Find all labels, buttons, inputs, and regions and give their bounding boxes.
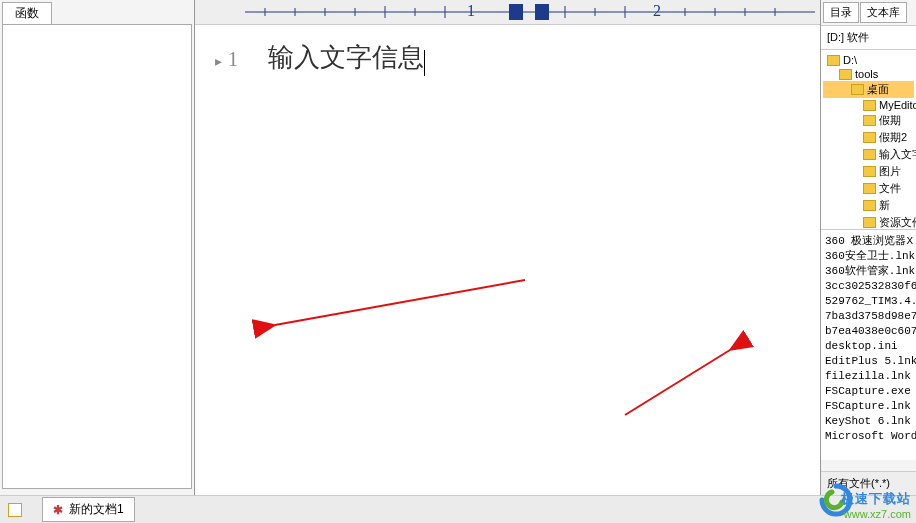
tab-directory[interactable]: 目录 (823, 2, 859, 23)
file-item[interactable]: 529762_TIM3.4.7 (825, 294, 912, 309)
close-icon[interactable]: ✱ (53, 503, 63, 517)
folder-icon (863, 183, 876, 194)
svg-line-17 (625, 350, 730, 415)
tree-item[interactable]: D:\ (823, 53, 914, 67)
tree-item[interactable]: tools (823, 67, 914, 81)
folder-icon (851, 84, 864, 95)
tree-item[interactable]: 输入文字 (823, 146, 914, 163)
left-tab-functions[interactable]: 函数 (2, 2, 52, 24)
document-icon (8, 503, 22, 517)
file-item[interactable]: filezilla.lnk (825, 369, 912, 384)
file-item[interactable]: 360 极速浏览器X (825, 234, 912, 249)
folder-icon (863, 132, 876, 143)
folder-icon (863, 200, 876, 211)
file-item[interactable]: 7ba3d3758d98e70 (825, 309, 912, 324)
tree-item-label: 新 (879, 198, 890, 213)
file-list[interactable]: 360 极速浏览器X360安全卫士.lnk360软件管家.lnk3cc30253… (821, 230, 916, 460)
tree-item[interactable]: 资源文件 (823, 214, 914, 230)
tree-item-label: tools (855, 68, 878, 80)
tree-item-label: MyEditor (879, 99, 916, 111)
file-item[interactable]: EditPlus 5.lnk (825, 354, 912, 369)
tab-textlib[interactable]: 文本库 (860, 2, 907, 23)
line-number: 1 (228, 48, 238, 70)
tree-item[interactable]: 桌面 (823, 81, 914, 98)
file-item[interactable]: 360软件管家.lnk (825, 264, 912, 279)
watermark: 极速下载站 www.xz7.com (841, 490, 911, 520)
file-item[interactable]: desktop.ini (825, 339, 912, 354)
tree-item[interactable]: 新 (823, 197, 914, 214)
document-content[interactable]: ▸1输入文字信息 (195, 25, 820, 91)
folder-icon (863, 115, 876, 126)
folder-tree[interactable]: D:\tools桌面MyEditor假期假期2输入文字图片文件新资源文件 (821, 50, 916, 230)
file-item[interactable]: FSCapture.exe - (825, 384, 912, 399)
watermark-title: 极速下载站 (841, 490, 911, 508)
tree-item[interactable]: 假期 (823, 112, 914, 129)
folder-icon (839, 69, 852, 80)
tree-item-label: D:\ (843, 54, 857, 66)
file-item[interactable]: b7ea4038e0c6078 (825, 324, 912, 339)
tree-item[interactable]: 图片 (823, 163, 914, 180)
document-tab[interactable]: ✱ 新的文档1 (42, 497, 135, 522)
right-tabs: 目录文本库 (821, 0, 916, 26)
tree-item[interactable]: MyEditor (823, 98, 914, 112)
document-tab-label: 新的文档1 (69, 501, 124, 518)
file-item[interactable]: 360安全卫士.lnk (825, 249, 912, 264)
file-item[interactable]: KeyShot 6.lnk (825, 414, 912, 429)
svg-line-16 (275, 280, 525, 325)
tree-item-label: 输入文字 (879, 147, 916, 162)
folder-icon (863, 166, 876, 177)
left-panel-content (2, 24, 192, 489)
left-panel: 函数 (0, 0, 195, 495)
right-panel: 目录文本库 [D:] 软件 D:\tools桌面MyEditor假期假期2输入文… (820, 0, 916, 495)
bottom-tab-bar: ✱ 新的文档1 (0, 495, 916, 523)
folder-icon (827, 55, 840, 66)
path-display[interactable]: [D:] 软件 (821, 26, 916, 50)
folder-icon (863, 217, 876, 228)
tree-item-label: 图片 (879, 164, 901, 179)
file-item[interactable]: FSCapture.lnk (825, 399, 912, 414)
tree-item-label: 资源文件 (879, 215, 916, 230)
tree-item-label: 文件 (879, 181, 901, 196)
folder-icon (863, 149, 876, 160)
tree-item-label: 假期 (879, 113, 901, 128)
tree-item-label: 桌面 (867, 82, 889, 97)
watermark-url: www.xz7.com (841, 508, 911, 520)
tree-item[interactable]: 假期2 (823, 129, 914, 146)
editor-area[interactable]: 1 2 ▸1输入文字信息 (195, 0, 820, 495)
file-item[interactable]: Microsoft Word (825, 429, 912, 444)
ruler: 1 2 (195, 0, 820, 25)
tree-item[interactable]: 文件 (823, 180, 914, 197)
indent-caret-icon: ▸ (215, 54, 222, 69)
text-cursor (424, 50, 425, 76)
folder-icon (863, 100, 876, 111)
document-text: 输入文字信息 (268, 43, 424, 72)
tree-item-label: 假期2 (879, 130, 907, 145)
file-item[interactable]: 3cc302532830f61 (825, 279, 912, 294)
